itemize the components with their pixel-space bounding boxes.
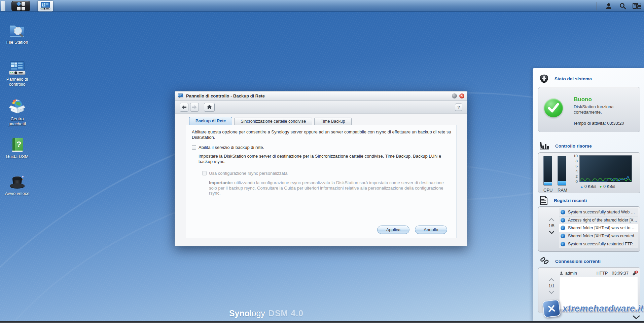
info-icon bbox=[561, 210, 565, 214]
cpu-gauge bbox=[543, 156, 552, 186]
screen-bottom-edge bbox=[0, 321, 644, 323]
forward-button bbox=[190, 103, 199, 112]
desktop-icon-dsm-help[interactable]: ? Guida DSM bbox=[0, 138, 34, 159]
back-arrow-icon bbox=[182, 105, 186, 109]
connections-page-up-icon[interactable] bbox=[549, 278, 554, 281]
user-menu-button[interactable] bbox=[602, 1, 616, 11]
package-center-icon bbox=[8, 99, 26, 115]
tab-time-backup[interactable]: Time Backup bbox=[314, 118, 351, 125]
connection-list-area bbox=[559, 277, 638, 310]
status-description: DiskStation funziona correttamente. bbox=[574, 104, 631, 115]
connections-page-indicator: 1/1 bbox=[546, 284, 557, 288]
search-button[interactable] bbox=[616, 1, 630, 11]
ram-gauge-fill bbox=[558, 181, 566, 185]
cancel-button[interactable]: Annulla bbox=[415, 226, 447, 234]
enable-backup-checkbox-label: Abilita il servizio di backup di rete. bbox=[199, 145, 264, 150]
control-panel-mini-icon bbox=[40, 2, 50, 10]
connections-title: Connessioni correnti bbox=[555, 259, 601, 264]
pilot-view-button[interactable] bbox=[630, 1, 644, 11]
log-row[interactable]: Shared folder [XHTest] was set to s... bbox=[559, 224, 638, 232]
info-icon bbox=[561, 218, 565, 223]
main-menu-button[interactable] bbox=[11, 1, 30, 11]
window-titlebar[interactable]: Pannello di controllo - Backup di Rete bbox=[175, 91, 467, 101]
minimize-button[interactable] bbox=[452, 93, 457, 98]
tab-backup-di-rete[interactable]: Backup di Rete bbox=[189, 117, 232, 125]
upload-value: 0 KB/s bbox=[584, 184, 596, 189]
recent-logs-header: Registri recenti bbox=[540, 196, 587, 205]
dsm-help-icon: ? bbox=[9, 138, 25, 153]
logs-page-up-icon[interactable] bbox=[549, 218, 554, 221]
help-button[interactable]: ? bbox=[455, 104, 462, 111]
show-desktop-button[interactable] bbox=[1, 1, 5, 11]
status-ok-icon bbox=[544, 98, 563, 117]
resource-monitor-title: Controllo risorse bbox=[555, 144, 592, 149]
user-icon bbox=[559, 271, 564, 275]
taskbar-item-control-panel[interactable] bbox=[38, 1, 53, 11]
connection-row[interactable]: admin HTTP 03:09:37 bbox=[559, 270, 638, 277]
forward-arrow-icon bbox=[192, 105, 197, 109]
enable-backup-checkbox-row[interactable]: Abilita il servizio di backup di rete. bbox=[192, 145, 264, 150]
desktop: File Station Pannello di controllo bbox=[0, 0, 644, 323]
back-button[interactable] bbox=[180, 103, 188, 112]
desktop-icon-package-center[interactable]: Centro pacchetti bbox=[0, 99, 34, 126]
resource-monitor-card: CPU RAM 10 8 6 4 2 0 ▲ 0 KB/s ▼ 0 KB/s bbox=[538, 152, 640, 193]
desktop-icon-label: File Station bbox=[0, 40, 34, 45]
network-traffic-chart bbox=[579, 155, 632, 182]
dsm-branding: SynologyDSM 4.0 bbox=[0, 309, 533, 318]
taskbar-divider bbox=[597, 2, 597, 10]
info-icon bbox=[561, 242, 565, 246]
tab-sincronizzazione-cartelle-condivise[interactable]: Sincronizzazione cartelle condivise bbox=[234, 118, 312, 125]
quick-start-icon: ✦ bbox=[8, 174, 26, 190]
window-icon bbox=[178, 93, 183, 98]
apply-button[interactable]: Applica bbox=[377, 226, 409, 234]
control-panel-window: Pannello di controllo - Backup di Rete ?… bbox=[175, 91, 467, 246]
kick-connection-icon[interactable] bbox=[632, 271, 638, 276]
log-list: System successfully started Web St... Ac… bbox=[559, 208, 638, 248]
logs-page-indicator: 1/5 bbox=[546, 224, 557, 228]
widget-panel-collapse-icon[interactable] bbox=[633, 315, 640, 319]
enable-backup-checkbox[interactable] bbox=[192, 145, 196, 150]
connection-protocol: HTTP bbox=[597, 271, 608, 276]
home-button[interactable] bbox=[204, 103, 215, 112]
important-label: Importante: bbox=[209, 180, 233, 185]
svg-text:?: ? bbox=[16, 140, 22, 149]
home-icon bbox=[207, 105, 212, 110]
desktop-icon-control-panel[interactable]: Pannello di controllo bbox=[0, 61, 34, 87]
upload-arrow-icon: ▲ bbox=[580, 185, 583, 189]
info-icon bbox=[561, 226, 565, 230]
desktop-icon-file-station[interactable]: File Station bbox=[0, 23, 34, 45]
document-icon bbox=[540, 196, 548, 205]
desktop-icon-quick-start[interactable]: ✦ Avvio veloce bbox=[0, 174, 34, 196]
connection-user: admin bbox=[565, 271, 577, 276]
connections-card: 1/1 admin HTTP 03:09:37 bbox=[538, 267, 640, 313]
window-title: Pannello di controllo - Backup di Rete bbox=[186, 93, 265, 98]
log-row[interactable]: System successfully started Web St... bbox=[559, 208, 638, 216]
log-row[interactable]: System successfully restarted FTP... bbox=[559, 240, 638, 248]
file-station-icon bbox=[9, 23, 26, 38]
connections-page-down-icon[interactable] bbox=[549, 291, 554, 294]
connection-time: 03:09:37 bbox=[612, 271, 629, 276]
system-status-title: Stato del sistema bbox=[554, 76, 592, 81]
resource-monitor-header: Controllo risorse bbox=[540, 142, 592, 150]
rsync-config-checkbox-row: Usa configurazione rsync personalizzata bbox=[202, 171, 287, 176]
enable-backup-note: Impostare la DiskStation come server di … bbox=[199, 154, 454, 164]
cpu-label: CPU bbox=[543, 188, 552, 193]
info-icon bbox=[561, 234, 565, 238]
recent-logs-title: Registri recenti bbox=[554, 198, 587, 203]
log-row[interactable]: Shared folder [XHTest] was created. bbox=[559, 232, 638, 240]
control-panel-icon bbox=[8, 61, 26, 75]
log-row[interactable]: Access right of the shared folder [X... bbox=[559, 216, 638, 225]
logs-page-down-icon[interactable] bbox=[549, 231, 554, 234]
main-menu-icon bbox=[17, 2, 25, 10]
taskbar bbox=[0, 0, 644, 12]
close-button[interactable] bbox=[459, 93, 464, 98]
status-value: Buono bbox=[574, 96, 592, 103]
download-arrow-icon: ▼ bbox=[599, 185, 602, 189]
bar-chart-icon bbox=[540, 142, 549, 150]
intro-text: Ablitare questa opzione per consentire a… bbox=[192, 129, 452, 140]
ram-label: RAM bbox=[558, 188, 566, 193]
tab-content-panel: Ablitare questa opzione per consentire a… bbox=[186, 125, 457, 238]
network-chart-yticks: 10 8 6 4 2 0 bbox=[571, 154, 578, 184]
user-icon bbox=[605, 2, 613, 10]
connections-pager: 1/1 bbox=[546, 278, 557, 294]
